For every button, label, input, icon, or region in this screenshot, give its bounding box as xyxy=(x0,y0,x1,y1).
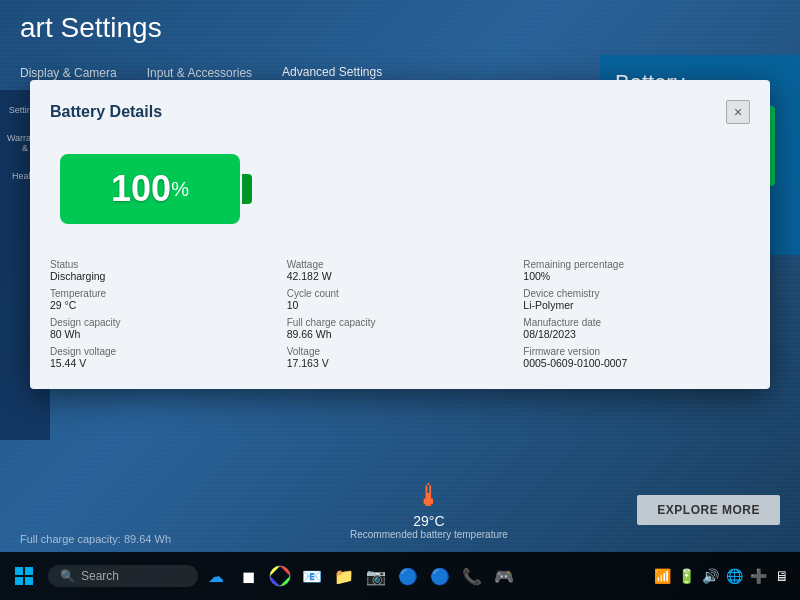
windows-start-button[interactable] xyxy=(8,560,40,592)
explore-more-area: EXPLORE MORE xyxy=(637,495,780,525)
details-col3: Remaining percentage 100% Device chemist… xyxy=(523,259,750,369)
detail-voltage: Voltage 17.163 V xyxy=(287,346,514,369)
explore-more-button[interactable]: EXPLORE MORE xyxy=(637,495,780,525)
detail-design-voltage: Design voltage 15.44 V xyxy=(50,346,277,369)
svg-rect-3 xyxy=(25,577,33,585)
detail-full-charge-capacity: Full charge capacity 89.66 Wh xyxy=(287,317,514,340)
dialog-title: Battery Details xyxy=(50,103,162,121)
detail-design-capacity: Design capacity 80 Wh xyxy=(50,317,277,340)
details-grid: Status Discharging Temperature 29 °C Des… xyxy=(50,259,750,369)
taskbar-app1-icon[interactable]: 🔵 xyxy=(394,562,422,590)
dialog-header: Battery Details × xyxy=(50,100,750,124)
taskbar-teams-icon[interactable]: 📧 xyxy=(298,562,326,590)
details-col1: Status Discharging Temperature 29 °C Des… xyxy=(50,259,277,369)
taskbar-steam-icon[interactable]: 🎮 xyxy=(490,562,518,590)
battery-tip xyxy=(242,174,252,204)
detail-cycle-count: Cycle count 10 xyxy=(287,288,514,311)
detail-status: Status Discharging xyxy=(50,259,277,282)
svg-rect-2 xyxy=(15,577,23,585)
detail-remaining-pct: Remaining percentage 100% xyxy=(523,259,750,282)
svg-rect-0 xyxy=(15,567,23,575)
tray-monitor-icon[interactable]: 🖥 xyxy=(772,566,792,586)
thermometer-area: 🌡 29°C Recommended battery temperature xyxy=(350,479,508,540)
search-icon: 🔍 xyxy=(60,569,75,583)
detail-firmware-version: Firmware version 0005-0609-0100-0007 xyxy=(523,346,750,369)
taskbar-phone-icon[interactable]: 📞 xyxy=(458,562,486,590)
taskbar-colorwheel-icon[interactable] xyxy=(266,562,294,590)
battery-symbol: % xyxy=(171,178,189,201)
taskbar-search[interactable]: 🔍 Search xyxy=(48,565,198,587)
taskbar: 🔍 Search ☁ ◼ 📧 📁 📷 🔵 🔵 📞 🎮 📶 🔋 🔊 🌐 ➕ 🖥 xyxy=(0,552,800,600)
battery-details-dialog: Battery Details × 100 % Status Dischargi… xyxy=(30,80,770,389)
detail-temperature: Temperature 29 °C xyxy=(50,288,277,311)
tray-add-icon[interactable]: ➕ xyxy=(748,566,768,586)
tray-battery-icon[interactable]: 🔋 xyxy=(676,566,696,586)
details-col2: Wattage 42.182 W Cycle count 10 Full cha… xyxy=(287,259,514,369)
dialog-close-button[interactable]: × xyxy=(726,100,750,124)
taskbar-folder-icon[interactable]: 📁 xyxy=(330,562,358,590)
search-label: Search xyxy=(81,569,119,583)
taskbar-app2-icon[interactable]: 🔵 xyxy=(426,562,454,590)
bottom-status-text: Full charge capacity: 89.64 Wh xyxy=(20,533,171,545)
battery-percentage: 100 xyxy=(111,168,171,210)
battery-indicator: 100 % xyxy=(50,144,750,234)
taskbar-tray: 📶 🔋 🔊 🌐 ➕ 🖥 xyxy=(652,566,792,586)
tray-wifi-icon[interactable]: 📶 xyxy=(652,566,672,586)
title-bar: art Settings xyxy=(0,0,800,55)
battery-body: 100 % xyxy=(60,154,240,224)
thermometer-icon: 🌡 xyxy=(414,479,444,513)
taskbar-onedrive-icon[interactable]: ☁ xyxy=(202,562,230,590)
page-title: art Settings xyxy=(20,12,162,44)
taskbar-camera-icon[interactable]: 📷 xyxy=(362,562,390,590)
detail-manufacture-date: Manufacture date 08/18/2023 xyxy=(523,317,750,340)
taskbar-black-icon[interactable]: ◼ xyxy=(234,562,262,590)
detail-device-chemistry: Device chemistry Li-Polymer xyxy=(523,288,750,311)
thermometer-temperature: 29°C xyxy=(413,513,444,529)
svg-rect-1 xyxy=(25,567,33,575)
tray-volume-icon[interactable]: 🔊 xyxy=(700,566,720,586)
thermometer-label: Recommended battery temperature xyxy=(350,529,508,540)
bottom-status: Full charge capacity: 89.64 Wh xyxy=(20,533,171,545)
tray-chrome-icon[interactable]: 🌐 xyxy=(724,566,744,586)
detail-wattage: Wattage 42.182 W xyxy=(287,259,514,282)
